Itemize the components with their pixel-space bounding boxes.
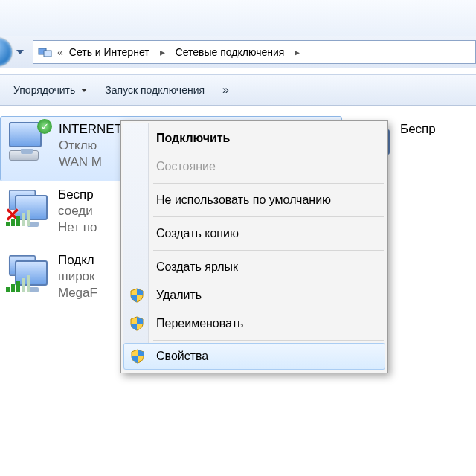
start-connection-button[interactable]: Запуск подключения <box>97 80 212 100</box>
breadcrumb-seg-network[interactable]: Сеть и Интернет <box>68 45 151 60</box>
address-bar-row: « Сеть и Интернет ▸ Сетевые подключения … <box>0 36 476 68</box>
connection-title: Беспр <box>58 187 97 202</box>
connection-title: Беспр <box>400 122 436 137</box>
breadcrumb-bar[interactable]: « Сеть и Интернет ▸ Сетевые подключения … <box>33 40 476 64</box>
uac-shield-icon <box>129 315 144 332</box>
ctx-separator <box>153 340 384 341</box>
ctx-not-default[interactable]: Не использовать по умолчанию <box>123 186 385 214</box>
window-gloss <box>0 0 476 36</box>
ctx-properties[interactable]: Свойства <box>123 343 385 370</box>
wifi-icon <box>0 251 49 306</box>
ctx-create-copy[interactable]: Создать копию <box>123 219 385 248</box>
signal-bars-icon <box>6 210 30 226</box>
toolbar-overflow-button[interactable]: » <box>215 83 234 97</box>
ctx-status: Состояние <box>123 152 385 181</box>
ctx-separator <box>153 216 384 217</box>
signal-bars-icon <box>6 275 30 292</box>
breadcrumb-seg-connections[interactable]: Сетевые подключения <box>174 45 286 60</box>
connection-status: Отклю <box>59 138 122 153</box>
connection-title: Подкл <box>58 253 97 268</box>
ctx-create-shortcut[interactable]: Создать ярлык <box>123 253 385 281</box>
wifi-disconnected-icon: ✕ <box>0 186 49 241</box>
command-bar: Упорядочить Запуск подключения » <box>0 74 476 106</box>
connection-device: WAN M <box>59 155 122 170</box>
nav-history-dropdown[interactable] <box>13 44 27 60</box>
connection-status: широк <box>58 269 97 284</box>
connection-device: MegaF <box>58 286 97 300</box>
connection-device: Нет по <box>58 220 97 235</box>
dialup-icon: ✓ <box>1 120 50 176</box>
uac-shield-icon <box>129 287 144 303</box>
breadcrumb-sep-icon: ▸ <box>155 46 170 58</box>
connection-status: соеди <box>58 204 97 219</box>
breadcrumb-sep-icon: ▸ <box>290 46 304 58</box>
breadcrumb-back-chevron[interactable]: « <box>57 46 63 58</box>
organize-label: Упорядочить <box>13 84 75 96</box>
context-menu: Подключить Состояние Не использовать по … <box>120 120 388 373</box>
overflow-icon: » <box>222 83 227 96</box>
network-location-icon <box>38 45 53 59</box>
ctx-rename[interactable]: Переименовать <box>123 309 385 338</box>
connection-title: INTERNET <box>59 122 122 137</box>
ctx-connect[interactable]: Подключить <box>123 124 385 152</box>
ctx-separator <box>153 250 384 251</box>
start-connection-label: Запуск подключения <box>105 84 205 96</box>
organize-button[interactable]: Упорядочить <box>6 80 94 100</box>
status-ok-icon: ✓ <box>37 119 52 134</box>
chevron-down-icon <box>81 89 87 92</box>
svg-rect-1 <box>44 51 51 57</box>
ctx-delete[interactable]: Удалить <box>123 281 385 309</box>
uac-shield-icon <box>130 348 145 364</box>
ctx-separator <box>153 183 384 184</box>
nav-back-button[interactable] <box>0 38 12 66</box>
